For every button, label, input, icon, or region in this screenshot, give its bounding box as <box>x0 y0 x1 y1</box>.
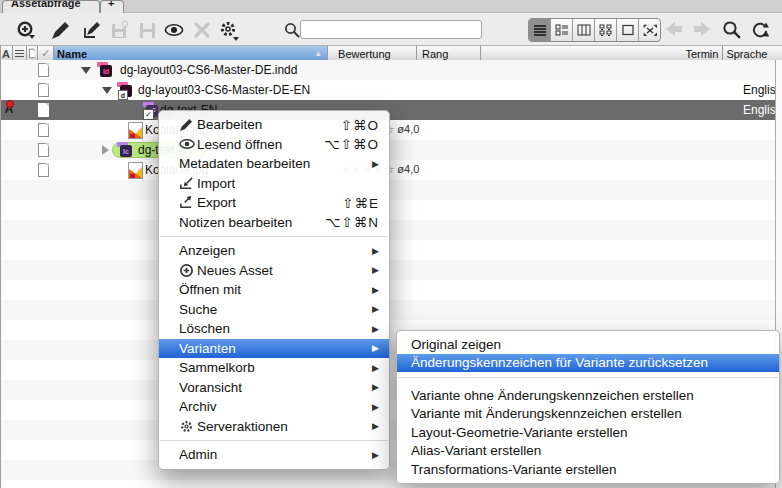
column-header-sprache[interactable]: Sprache <box>723 46 782 61</box>
menu-item-label: Anzeigen <box>179 243 235 258</box>
column-header-termin[interactable]: Termin <box>481 46 724 61</box>
eye-icon <box>179 137 197 152</box>
column-header-name[interactable]: Name ▲ <box>54 46 328 61</box>
menu-item-label: Varianten <box>179 341 236 356</box>
tab-assetabfrage[interactable]: Assetabfrage <box>2 0 100 13</box>
menu-item-öffnen-mit[interactable]: Öffnen mit▶ <box>159 280 389 300</box>
menu-item-import[interactable]: Import <box>159 174 389 194</box>
menu-item-label: Archiv <box>179 399 217 414</box>
menu-item-export[interactable]: Export⇧⌘E <box>159 193 389 213</box>
menu-item-neues-asset[interactable]: Neues Asset▶ <box>159 261 389 281</box>
column-header-document[interactable] <box>27 46 39 61</box>
menu-item-löschen[interactable]: Löschen▶ <box>159 319 389 339</box>
submenu-arrow-icon: ▶ <box>372 343 379 353</box>
menu-item-variante-mit-änderungskennzeichen-erstellen[interactable]: Variante mit Änderungskennzeichen erstel… <box>397 405 779 424</box>
tab-label: Assetabfrage <box>11 0 81 9</box>
collapse-triangle-icon[interactable] <box>81 67 91 74</box>
asset-name: dg-layout03-CS6-Master-DE.indd <box>120 63 297 77</box>
incopy-document-icon: Ic <box>117 142 133 158</box>
menu-item-label: Serveraktionen <box>197 419 288 434</box>
submenu-arrow-icon: ▶ <box>372 304 379 314</box>
menu-item-admin[interactable]: Admin▶ <box>159 445 389 465</box>
list-view-icon[interactable] <box>529 19 551 41</box>
menu-item-label: Löschen <box>179 321 230 336</box>
menu-item-label: Layout-Geometrie-Variante erstellen <box>411 425 628 440</box>
close-x-icon[interactable] <box>192 20 212 40</box>
detail-view-icon[interactable] <box>551 19 573 41</box>
column-header-flag[interactable]: A <box>0 46 13 61</box>
column-header-check[interactable]: ✓ <box>38 46 54 61</box>
gear-icon <box>179 419 197 434</box>
table-row[interactable]: ddg-layout03-CS6-Master-DE-ENEnglisch <box>0 80 775 100</box>
column-header-bewertung[interactable]: Bewertung <box>328 46 417 61</box>
column-header-rang[interactable]: Rang <box>417 46 481 61</box>
annotation-flag-icon: A <box>3 102 15 117</box>
import-icon <box>179 176 197 191</box>
menu-item-anzeigen[interactable]: Anzeigen▶ <box>159 241 389 261</box>
thumbnail-view-icon[interactable] <box>595 19 617 41</box>
menu-item-voransicht[interactable]: Voransicht▶ <box>159 378 389 398</box>
save-icon[interactable] <box>138 20 158 40</box>
menu-item-label: Metadaten bearbeiten <box>179 156 310 171</box>
submenu-arrow-icon: ▶ <box>372 159 379 169</box>
table-row[interactable]: Iddg-layout03-CS6-Master-DE.indd <box>0 60 775 80</box>
preview-eye-icon[interactable] <box>164 20 184 40</box>
refresh-icon[interactable] <box>750 20 770 40</box>
document-type-icon <box>38 123 49 137</box>
new-tab-button[interactable]: + <box>100 0 124 13</box>
menu-item-notizen-bearbeiten[interactable]: Notizen bearbeiten⌥⇧⌘N <box>159 213 389 233</box>
menu-item-variante-ohne-änderungskennzeichen-erstellen[interactable]: Variante ohne Änderungskennzeichen erste… <box>397 386 779 405</box>
menu-item-label: Änderungskennzeichen für Variante zurück… <box>411 355 708 370</box>
search-input[interactable] <box>300 20 482 39</box>
export-icon <box>179 195 197 210</box>
menu-item-label: Transformations-Variante erstellen <box>411 462 617 477</box>
expand-triangle-icon[interactable] <box>102 145 109 155</box>
menu-item-original-zeigen[interactable]: Original zeigen <box>397 335 779 354</box>
menu-item-metadaten-bearbeiten[interactable]: Metadaten bearbeiten▶ <box>159 154 389 174</box>
edit-pencil-icon[interactable] <box>50 20 70 40</box>
edit-metadata-icon[interactable] <box>82 20 102 40</box>
menu-item-alias-variant-erstellen[interactable]: Alias-Variant erstellen <box>397 442 779 461</box>
submenu-arrow-icon: ▶ <box>372 450 379 460</box>
menu-item-serveraktionen[interactable]: Serveraktionen▶ <box>159 417 389 437</box>
submenu-arrow-icon: ▶ <box>372 324 379 334</box>
menu-item-shortcut: ⇧⌘E <box>342 195 379 211</box>
plus-icon: + <box>108 0 114 9</box>
varianten-submenu: Original zeigenÄnderungskennzeichen für … <box>396 330 780 484</box>
collapse-triangle-icon[interactable] <box>102 87 112 94</box>
menu-item-label: Lesend öffnen <box>197 137 282 152</box>
actions-gear-icon[interactable] <box>218 20 238 40</box>
menu-item-label: Import <box>197 176 235 191</box>
menu-item-label: Original zeigen <box>411 337 501 352</box>
new-asset-icon[interactable] <box>16 20 36 40</box>
menu-item-bearbeiten[interactable]: Bearbeiten⇧⌘O <box>159 115 389 135</box>
single-view-icon[interactable] <box>617 19 639 41</box>
menu-item-varianten[interactable]: Varianten▶ <box>159 339 389 359</box>
free-arrange-view-icon[interactable] <box>639 19 660 41</box>
jpeg-image-icon <box>128 122 143 139</box>
submenu-arrow-icon: ▶ <box>372 285 379 295</box>
save-version-icon[interactable] <box>110 20 130 40</box>
forward-arrow-icon[interactable] <box>692 20 712 40</box>
document-type-icon <box>38 103 49 117</box>
submenu-arrow-icon: ▶ <box>372 421 379 431</box>
menu-item-shortcut: ⌥⇧⌘O <box>324 136 379 152</box>
column-view-icon[interactable] <box>573 19 595 41</box>
column-header-type[interactable] <box>13 46 27 61</box>
menu-item-transformations-variante-erstellen[interactable]: Transformations-Variante erstellen <box>397 460 779 479</box>
menu-item-shortcut: ⌥⇧⌘N <box>325 214 379 230</box>
menu-item-sammelkorb[interactable]: Sammelkorb▶ <box>159 358 389 378</box>
menu-item-änderungskennzeichen-für-variante-zurücksetzen[interactable]: Änderungskennzeichen für Variante zurück… <box>397 354 779 373</box>
submenu-arrow-icon: ▶ <box>372 363 379 373</box>
menu-item-layout-geometrie-variante-erstellen[interactable]: Layout-Geometrie-Variante erstellen <box>397 423 779 442</box>
search-magnifier-icon[interactable] <box>722 20 742 40</box>
menu-item-archiv[interactable]: Archiv▶ <box>159 397 389 417</box>
menu-item-label: Öffnen mit <box>179 282 241 297</box>
menu-item-label: Voransicht <box>179 380 242 395</box>
menu-item-label: Admin <box>179 447 217 462</box>
menu-separator <box>160 236 388 237</box>
back-arrow-icon[interactable] <box>664 20 684 40</box>
menu-item-label: Sammelkorb <box>179 360 255 375</box>
menu-item-lesend-öffnen[interactable]: Lesend öffnen⌥⇧⌘O <box>159 135 389 155</box>
menu-item-suche[interactable]: Suche▶ <box>159 300 389 320</box>
